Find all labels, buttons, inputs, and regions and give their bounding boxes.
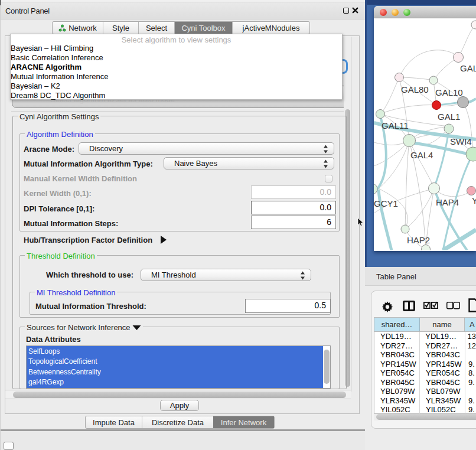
svg-text:GCY1: GCY1 — [374, 198, 398, 208]
svg-text:Y: Y — [472, 195, 476, 206]
svg-text:GAL: GAL — [460, 63, 476, 73]
svg-text:GAL1: GAL1 — [438, 112, 460, 122]
svg-text:SWI4: SWI4 — [450, 136, 472, 146]
svg-text:GAL4: GAL4 — [410, 150, 433, 160]
svg-text:GAL11: GAL11 — [382, 120, 409, 131]
svg-text:HAP2: HAP2 — [407, 235, 430, 245]
svg-text:GAL10: GAL10 — [435, 87, 463, 97]
svg-text:GAL80: GAL80 — [401, 84, 429, 94]
svg-text:HAP4: HAP4 — [436, 197, 459, 207]
